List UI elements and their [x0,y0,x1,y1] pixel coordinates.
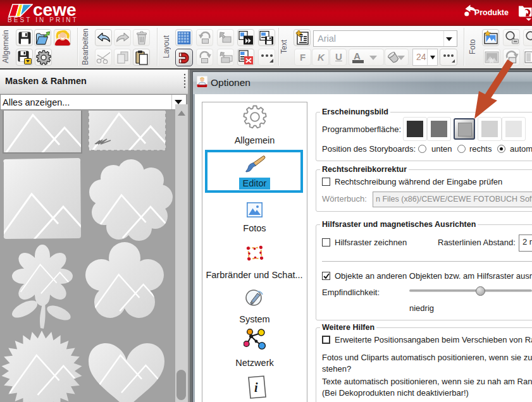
svg-text:i: i [254,381,258,394]
svg-text:T: T [299,35,303,42]
